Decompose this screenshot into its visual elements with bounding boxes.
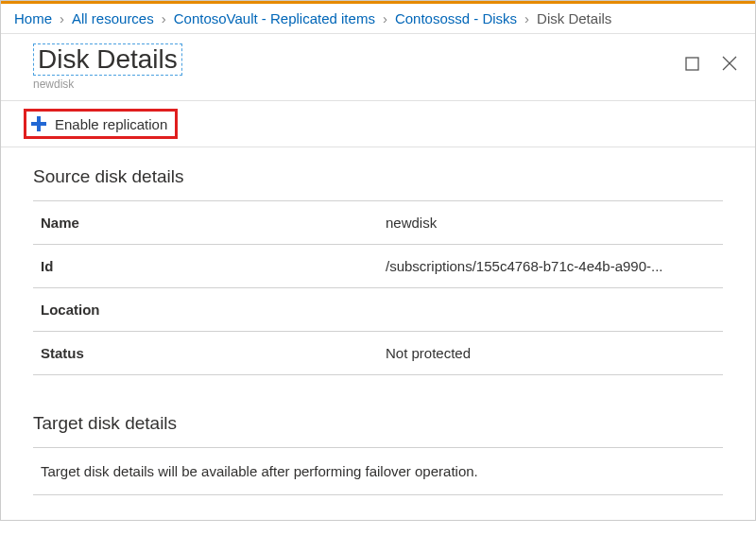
source-section-title: Source disk details: [33, 166, 723, 187]
page-subtitle: newdisk: [33, 78, 683, 91]
maximize-icon[interactable]: [683, 55, 700, 72]
page-header: Disk Details newdisk: [1, 34, 755, 100]
prop-value-location: [378, 288, 723, 332]
enable-replication-label: Enable replication: [55, 116, 167, 132]
prop-value-id: /subscriptions/155c4768-b71c-4e4b-a990-.…: [378, 245, 723, 288]
prop-value-status: Not protected: [378, 332, 723, 375]
chevron-right-icon: ›: [162, 10, 166, 26]
table-row: Location: [33, 288, 723, 332]
prop-value-name: newdisk: [378, 201, 723, 245]
page-title: Disk Details: [33, 43, 182, 76]
plus-icon: [30, 115, 47, 132]
close-icon[interactable]: [721, 55, 738, 72]
content-area: Source disk details Name newdisk Id /sub…: [1, 147, 755, 520]
table-row: Name newdisk: [33, 201, 723, 245]
prop-label-status: Status: [33, 332, 378, 375]
chevron-right-icon: ›: [383, 10, 387, 26]
breadcrumb-all-resources[interactable]: All resources: [72, 10, 154, 26]
toolbar: Enable replication: [1, 100, 755, 147]
prop-label-location: Location: [33, 288, 378, 332]
table-row: Status Not protected: [33, 332, 723, 375]
svg-rect-0: [686, 58, 698, 70]
source-properties-table: Name newdisk Id /subscriptions/155c4768-…: [33, 200, 723, 375]
table-row: Id /subscriptions/155c4768-b71c-4e4b-a99…: [33, 245, 723, 288]
breadcrumb-vault-replicated[interactable]: ContosoVault - Replicated items: [174, 10, 375, 26]
enable-replication-button[interactable]: Enable replication: [24, 109, 178, 139]
breadcrumb-current: Disk Details: [537, 10, 611, 26]
breadcrumb-home[interactable]: Home: [14, 10, 52, 26]
prop-label-name: Name: [33, 201, 378, 245]
chevron-right-icon: ›: [524, 10, 529, 26]
target-section-message: Target disk details will be available af…: [33, 447, 723, 495]
target-section-title: Target disk details: [33, 413, 723, 434]
chevron-right-icon: ›: [60, 10, 64, 26]
prop-label-id: Id: [33, 245, 378, 288]
breadcrumb-disks[interactable]: Contosossd - Disks: [395, 10, 517, 26]
breadcrumb: Home › All resources › ContosoVault - Re…: [1, 4, 755, 34]
